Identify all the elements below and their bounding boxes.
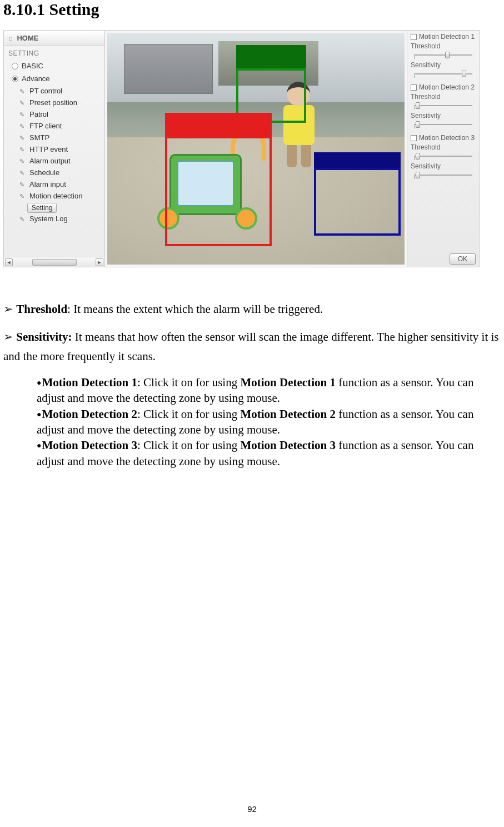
threshold-slider[interactable] [411, 152, 476, 160]
sidebar-item-ptcontrol[interactable]: ✎PT control [4, 85, 104, 97]
sensitivity-label: Sensitivity [411, 162, 476, 170]
motion-detection-list: Motion Detection 1: Click it on for usin… [3, 375, 500, 469]
threshold-slider[interactable] [411, 51, 476, 59]
page-icon: ✎ [19, 111, 26, 118]
threshold-term: Threshold [16, 302, 67, 316]
sidebar: HOME SETTING BASIC Advance ✎PT control ✎… [4, 31, 105, 267]
page-icon: ✎ [19, 216, 26, 222]
threshold-label: Threshold [411, 42, 476, 50]
detection-zone-red[interactable] [165, 136, 272, 246]
scroll-left-icon[interactable]: ◄ [5, 258, 13, 266]
zone-title-green[interactable] [236, 45, 306, 68]
sidebar-item-patrol[interactable]: ✎Patrol [4, 108, 104, 120]
motion-detection-3-group: Motion Detection 3 Threshold Sensitivity [411, 134, 476, 181]
md-head: Motion Detection 1 [42, 376, 137, 389]
threshold-paragraph: Threshold: It means the extent which the… [3, 300, 500, 320]
horizontal-scrollbar[interactable]: ◄ ► [4, 257, 104, 267]
sidebar-item-motion[interactable]: ✎Motion detection [4, 190, 104, 202]
body-text: Threshold: It means the extent which the… [0, 267, 504, 469]
sidebar-item-alarmin[interactable]: ✎Alarm input [4, 178, 104, 190]
scroll-right-icon[interactable]: ► [96, 258, 103, 266]
video-frame[interactable] [107, 33, 405, 265]
sidebar-item-ftp[interactable]: ✎FTP client [4, 120, 104, 132]
sidebar-item-label: HTTP event [29, 145, 68, 153]
threshold-text: : It means the extent which the alarm wi… [67, 302, 323, 316]
checkbox-icon[interactable] [411, 135, 417, 141]
sidebar-item-preset[interactable]: ✎Preset position [4, 97, 104, 108]
sidebar-item-label: BASIC [22, 62, 43, 70]
group-title: Motion Detection 3 [419, 134, 475, 142]
sensitivity-paragraph: Sensitivity: It means that how often the… [3, 327, 500, 367]
sensitivity-text: It means that how often the sensor will … [3, 330, 498, 363]
page-icon: ✎ [19, 146, 26, 153]
list-item: Motion Detection 3: Click it on for usin… [37, 437, 500, 469]
page-icon: ✎ [19, 181, 26, 188]
page-title: 8.10.1 Setting [0, 0, 504, 19]
settings-panel: Motion Detection 1 Threshold Sensitivity… [407, 31, 479, 267]
page-icon: ✎ [19, 88, 26, 94]
sidebar-item-label: Schedule [29, 168, 59, 177]
page-number: 92 [0, 804, 504, 814]
sidebar-item-systemlog[interactable]: ✎System Log [4, 213, 104, 225]
sensitivity-label: Sensitivity [411, 112, 476, 119]
sidebar-item-label: Patrol [29, 110, 48, 118]
group-title: Motion Detection 2 [419, 83, 475, 91]
sidebar-item-label: Motion detection [29, 192, 82, 200]
sidebar-item-label: Alarm input [29, 180, 66, 188]
list-item: Motion Detection 2: Click it on for usin… [37, 406, 500, 438]
zone-title-blue[interactable] [314, 152, 401, 168]
sidebar-item-label: PT control [29, 87, 62, 95]
sidebar-item-alarmout[interactable]: ✎Alarm output [4, 155, 104, 167]
sensitivity-term: Sensitivity: [16, 330, 72, 343]
sidebar-item-schedule[interactable]: ✎Schedule [4, 167, 104, 178]
radio-icon [12, 76, 18, 82]
md-head: Motion Detection 3 [42, 439, 137, 452]
threshold-slider[interactable] [411, 102, 476, 109]
app-screenshot: HOME SETTING BASIC Advance ✎PT control ✎… [3, 30, 480, 267]
threshold-label: Threshold [411, 93, 476, 101]
sensitivity-label: Sensitivity [411, 61, 476, 69]
motion-detection-1-group: Motion Detection 1 Threshold Sensitivity [411, 33, 476, 80]
page-icon: ✎ [19, 193, 26, 200]
sidebar-section-label: SETTING [4, 46, 104, 59]
md-head: Motion Detection 2 [42, 407, 137, 421]
checkbox-icon[interactable] [411, 34, 417, 40]
sidebar-home[interactable]: HOME [4, 31, 104, 46]
sidebar-item-label: Alarm output [29, 157, 71, 165]
group-title: Motion Detection 1 [419, 33, 475, 41]
scroll-thumb[interactable] [32, 259, 77, 266]
page-icon: ✎ [19, 123, 26, 129]
sensitivity-slider[interactable] [411, 121, 476, 128]
video-preview [105, 31, 407, 267]
sidebar-item-advance[interactable]: Advance [4, 72, 104, 85]
list-item: Motion Detection 1: Click it on for usin… [37, 375, 500, 406]
page-icon: ✎ [19, 158, 26, 165]
sensitivity-slider[interactable] [411, 171, 476, 179]
ok-button[interactable]: OK [450, 253, 476, 265]
checkbox-icon[interactable] [411, 84, 417, 91]
motion-detection-2-group: Motion Detection 2 Threshold Sensitivity [411, 83, 476, 131]
page-icon: ✎ [19, 99, 26, 106]
sidebar-item-label: FTP client [29, 122, 62, 130]
sensitivity-slider[interactable] [411, 70, 476, 78]
threshold-label: Threshold [411, 143, 476, 151]
page-icon: ✎ [19, 170, 26, 176]
sidebar-home-label: HOME [17, 34, 38, 42]
zone-title-red[interactable] [165, 113, 272, 136]
detection-zone-blue[interactable] [314, 168, 401, 236]
sidebar-item-label: SMTP [29, 133, 49, 142]
sidebar-item-basic[interactable]: BASIC [4, 59, 104, 72]
sidebar-item-http[interactable]: ✎HTTP event [4, 143, 104, 155]
radio-icon [12, 63, 18, 69]
page-icon: ✎ [19, 134, 26, 141]
sidebar-item-label: Advance [22, 74, 50, 83]
sidebar-item-smtp[interactable]: ✎SMTP [4, 132, 104, 143]
setting-button[interactable]: Setting [27, 203, 57, 213]
sidebar-item-label: Preset position [29, 98, 77, 107]
sidebar-item-label: System Log [29, 215, 68, 223]
